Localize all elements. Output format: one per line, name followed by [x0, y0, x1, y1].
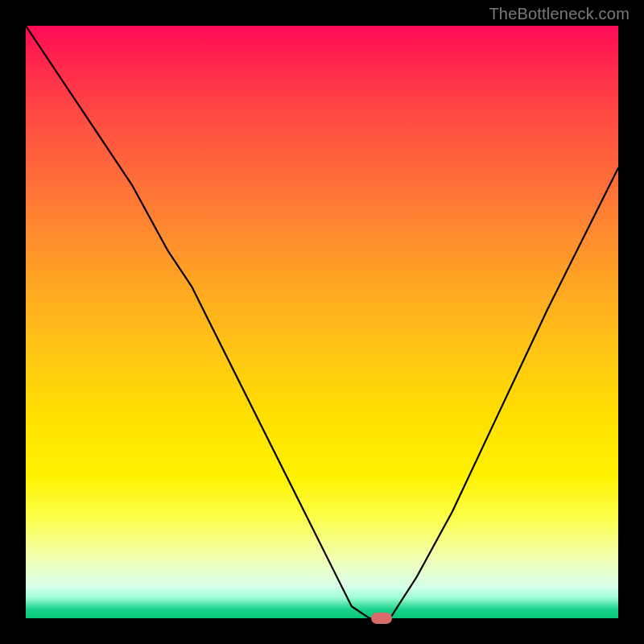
watermark-text: TheBottleneck.com [489, 5, 630, 23]
chart-plot-area [26, 26, 618, 618]
optimal-point-marker [371, 613, 392, 624]
bottleneck-curve [26, 26, 618, 618]
